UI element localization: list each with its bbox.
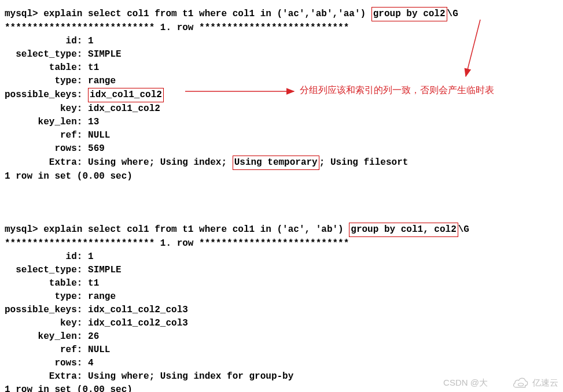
watermark-text: 亿速云 [532,378,558,389]
command-suffix: \G [458,224,469,235]
field-id: id: 1 [5,35,563,48]
extra-temporary-highlight: Using temporary [233,156,319,170]
annotation-text: 分组列应该和索引的列一致，否则会产生临时表 [300,84,494,97]
field-type-2: type: range [5,290,563,304]
command-prefix: explain select col1 from t1 where col1 i… [43,224,349,235]
field-rows-2: rows: 4 [5,357,563,370]
svg-point-4 [518,383,523,386]
row-divider: *************************** 1. row *****… [5,21,563,35]
field-ref-2: ref: NULL [5,343,563,357]
possible-keys-highlight: idx_col1_col2 [88,88,164,102]
field-key-2: key: idx_col1_col2_col3 [5,317,563,330]
field-table-2: table: t1 [5,277,563,290]
field-id-2: id: 1 [5,250,563,264]
command-prefix: explain select col1 from t1 where col1 i… [43,9,371,19]
field-select-type: select_type: SIMPLE [5,48,563,61]
field-key: key: idx_col1_col2 [5,102,563,116]
field-key-len: key_len: 13 [5,116,563,129]
query-block-2: mysql> explain select col1 from t1 where… [5,223,563,392]
watermark-yisu: 亿速云 [513,377,558,389]
field-rows: rows: 569 [5,142,563,156]
extra-suffix: ; Using filesort [319,157,409,168]
command-line-1: mysql> explain select col1 from t1 where… [5,7,563,21]
prompt: mysql> [5,224,43,235]
prompt: mysql> [5,9,43,19]
field-table: table: t1 [5,61,563,75]
footer-1: 1 row in set (0.00 sec) [5,170,563,183]
command-suffix: \G [447,9,458,19]
possible-keys-label: possible_keys: [5,90,88,100]
field-extra: Extra: Using where; Using index; Using t… [5,156,563,170]
group-by-highlight-2: group by col1, col2 [349,223,458,237]
row-divider-2: *************************** 1. row *****… [5,237,563,250]
field-ref: ref: NULL [5,129,563,142]
field-select-type-2: select_type: SIMPLE [5,264,563,277]
cloud-icon [513,377,529,389]
field-possible-keys-2: possible_keys: idx_col1_col2_col3 [5,304,563,317]
field-key-len-2: key_len: 26 [5,330,563,343]
group-by-highlight: group by col2 [371,7,447,21]
watermark-csdn: CSDN @大 [443,378,488,389]
extra-prefix: Extra: Using where; Using index; [5,157,233,168]
command-line-2: mysql> explain select col1 from t1 where… [5,223,563,237]
